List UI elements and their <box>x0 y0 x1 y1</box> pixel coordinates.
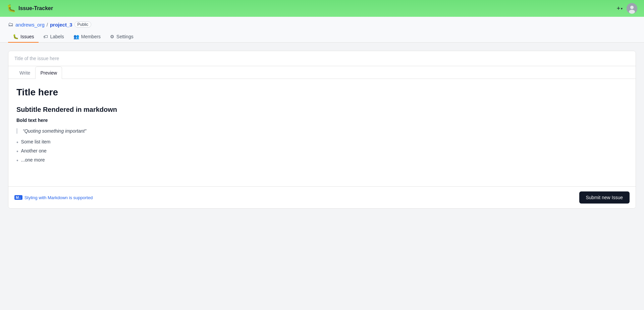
public-badge: Public <box>74 21 92 28</box>
members-icon: 👥 <box>73 34 79 39</box>
breadcrumb-org[interactable]: andrews_org <box>15 22 45 28</box>
preview-h1: Title here <box>16 87 628 98</box>
project-header: 🗂 andrews_org / project_3 Public 🐛 Issue… <box>0 17 644 43</box>
settings-icon: ⚙ <box>110 34 114 39</box>
topbar-right: + ▾ <box>616 3 637 14</box>
topbar: 🐛 Issue-Tracker + ▾ <box>0 0 644 17</box>
list-item-3: ...one more <box>16 157 628 164</box>
tab-labels-label: Labels <box>50 34 64 39</box>
tab-members-label: Members <box>81 34 101 39</box>
breadcrumb-separator: / <box>47 22 48 28</box>
tab-issues-label: Issues <box>20 34 34 39</box>
submit-issue-button[interactable]: Submit new Issue <box>579 191 630 204</box>
issue-title-input[interactable] <box>8 51 636 66</box>
markdown-hint-label: Styling with Markdown is supported <box>24 195 93 200</box>
card-footer: M↓ Styling with Markdown is supported Su… <box>8 186 636 208</box>
preview-bold: Bold text here <box>16 118 628 123</box>
markdown-hint[interactable]: M↓ Styling with Markdown is supported <box>14 195 93 200</box>
app-name: Issue-Tracker <box>18 5 53 11</box>
list-item-2: Another one <box>16 148 628 154</box>
breadcrumb-project[interactable]: project_3 <box>50 22 72 28</box>
tab-settings[interactable]: ⚙ Settings <box>105 31 138 43</box>
tab-labels[interactable]: 🏷 Labels <box>39 31 68 43</box>
plus-button[interactable]: + ▾ <box>616 5 623 12</box>
project-icon: 🗂 <box>8 21 13 28</box>
svg-point-1 <box>630 6 634 9</box>
issues-icon: 🐛 <box>13 34 18 39</box>
avatar[interactable] <box>627 3 637 14</box>
topbar-left: 🐛 Issue-Tracker <box>7 4 53 13</box>
bug-icon: 🐛 <box>7 4 16 13</box>
preview-content: Title here Subtitle Rendered in markdown… <box>8 79 636 186</box>
svg-point-2 <box>629 10 635 14</box>
preview-list: Some list item Another one ...one more <box>16 139 628 164</box>
editor-tabs: Write Preview <box>8 66 636 79</box>
nav-tabs: 🐛 Issues 🏷 Labels 👥 Members ⚙ Settings <box>8 31 636 42</box>
labels-icon: 🏷 <box>43 34 48 39</box>
markdown-icon: M↓ <box>14 195 22 200</box>
main-content: Write Preview Title here Subtitle Render… <box>0 43 644 217</box>
tab-issues[interactable]: 🐛 Issues <box>8 31 39 43</box>
preview-h2: Subtitle Rendered in markdown <box>16 106 628 114</box>
tab-members[interactable]: 👥 Members <box>69 31 105 43</box>
issue-form-card: Write Preview Title here Subtitle Render… <box>8 51 636 209</box>
preview-blockquote: “Quoting something important” <box>16 128 628 134</box>
tab-preview[interactable]: Preview <box>35 67 62 79</box>
list-item-1: Some list item <box>16 139 628 145</box>
breadcrumb: 🗂 andrews_org / project_3 Public <box>8 21 636 28</box>
tab-settings-label: Settings <box>116 34 133 39</box>
tab-write[interactable]: Write <box>14 67 35 79</box>
